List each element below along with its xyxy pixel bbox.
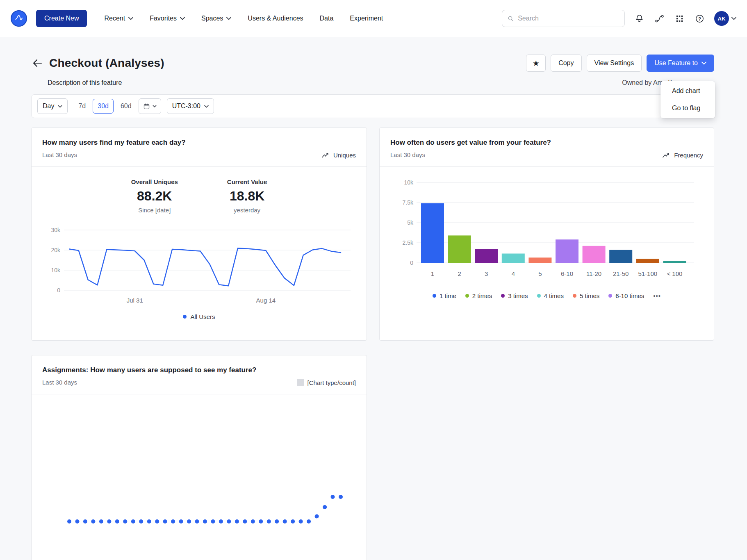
timezone-select[interactable]: UTC-3:00 [167, 98, 214, 114]
copy-button[interactable]: Copy [551, 55, 581, 72]
search-icon [507, 15, 514, 23]
svg-text:Aug 14: Aug 14 [256, 297, 276, 304]
header-actions: ★ Copy View Settings Use Feature to [526, 55, 714, 72]
range-7d-button[interactable]: 7d [73, 99, 91, 114]
legend-label: 4 times [544, 292, 564, 299]
legend-item[interactable]: 5 times [573, 292, 599, 299]
svg-text:10k: 10k [51, 267, 61, 273]
legend-item[interactable]: 1 time [433, 292, 456, 299]
legend-item[interactable]: 3 times [501, 292, 528, 299]
apps-grid-icon [675, 14, 684, 23]
amplitude-logo-glyph [14, 14, 23, 23]
divider [380, 166, 714, 167]
svg-text:5k: 5k [407, 219, 414, 226]
search-box[interactable] [502, 10, 625, 27]
svg-text:5: 5 [538, 270, 542, 277]
card-subtitle: Last 30 days [390, 151, 703, 158]
legend-dot [608, 294, 612, 298]
legend-dot [433, 294, 436, 298]
frequency-legend: 1 time2 times3 times4 times5 times6-10 t… [380, 292, 714, 299]
feature-description: Description of this feature [48, 79, 122, 87]
range-30d-button[interactable]: 30d [93, 99, 114, 114]
frequency-bar-chart[interactable]: 02.5k5k7.5k10k123456-1011-2021-5051-100<… [390, 175, 704, 282]
bell-icon [635, 14, 644, 23]
svg-text:6-10: 6-10 [561, 270, 573, 277]
legend-dot [573, 294, 576, 298]
chevron-down-icon [128, 17, 133, 20]
uniques-legend[interactable]: All Users [32, 313, 367, 320]
stat-caption: yesterday [227, 207, 267, 214]
nav-item-spaces[interactable]: Spaces [201, 15, 231, 22]
use-feature-button[interactable]: Use Feature to [647, 55, 714, 72]
svg-text:21-50: 21-50 [613, 270, 629, 277]
divider [32, 166, 367, 167]
back-button[interactable] [31, 57, 43, 69]
svg-text:30k: 30k [51, 227, 61, 233]
amplitude-logo[interactable] [11, 10, 27, 27]
help-button[interactable]: ? [694, 13, 705, 24]
legend-item[interactable]: 6-10 times [608, 292, 644, 299]
calendar-icon [143, 103, 150, 110]
legend-more-button[interactable]: ••• [653, 292, 661, 299]
svg-text:< 100: < 100 [667, 270, 682, 277]
timezone-value: UTC-3:00 [172, 102, 200, 110]
chevron-down-icon [204, 105, 209, 108]
frequency-card: How often do users get value from your f… [379, 127, 714, 341]
chevron-down-icon [731, 17, 736, 20]
nav-item-label: Data [320, 15, 334, 22]
cards-row-bottom: Assignments: How many users are supposed… [31, 341, 714, 560]
nav-item-data[interactable]: Data [320, 15, 334, 22]
star-icon: ★ [533, 59, 540, 68]
custom-date-select[interactable] [139, 98, 161, 114]
search-input[interactable] [518, 15, 619, 22]
card-subtitle: Last 30 days [42, 151, 356, 158]
stat-value: 88.2K [131, 189, 178, 204]
cards-row-top: How many users find my feature each day?… [31, 127, 714, 341]
chart-type-text: [Chart type/count] [307, 379, 356, 386]
primary-nav: Recent Favorites Spaces Users & Audience… [104, 15, 383, 22]
menu-item-add-chart[interactable]: Add chart [660, 82, 715, 100]
legend-dot [537, 294, 541, 298]
assignments-card: Assignments: How many users are supposed… [31, 355, 367, 560]
avatar: AK [714, 11, 729, 26]
chart-type-label-uniques[interactable]: Uniques [322, 152, 356, 159]
favorite-button[interactable]: ★ [526, 55, 546, 72]
page-title: Checkout (Analyses) [49, 57, 164, 70]
account-menu[interactable]: AK [714, 11, 736, 26]
granularity-value: Day [43, 102, 54, 110]
nav-right-group: ? AK [502, 10, 736, 27]
svg-text:?: ? [698, 16, 701, 21]
nav-item-users-audiences[interactable]: Users & Audiences [248, 15, 303, 22]
page-subheader: Description of this feature Owned by Amy… [31, 79, 714, 87]
apps-grid-button[interactable] [674, 13, 685, 24]
granularity-select[interactable]: Day [37, 98, 68, 114]
svg-text:0: 0 [410, 260, 413, 266]
svg-text:20k: 20k [51, 247, 61, 253]
create-new-button[interactable]: Create New [36, 10, 87, 27]
legend-dot [183, 315, 187, 319]
nav-item-experiment[interactable]: Experiment [350, 15, 383, 22]
help-icon: ? [695, 14, 704, 23]
legend-label: 3 times [508, 292, 528, 299]
legend-item[interactable]: 4 times [537, 292, 564, 299]
chevron-down-icon [701, 61, 706, 65]
chart-type-text: Uniques [333, 152, 356, 159]
uniques-card-header: How many users find my feature each day?… [32, 128, 367, 166]
card-title: Assignments: How many users are supposed… [42, 366, 356, 374]
nav-item-recent[interactable]: Recent [104, 15, 133, 22]
journeys-button[interactable] [654, 13, 665, 24]
notifications-button[interactable] [634, 13, 645, 24]
chart-type-label-frequency[interactable]: Frequency [663, 152, 703, 159]
journey-icon [655, 14, 664, 23]
chevron-down-icon [226, 17, 231, 20]
chart-type-label-assignments[interactable]: [Chart type/count] [297, 379, 356, 386]
menu-item-go-to-flag[interactable]: Go to flag [660, 100, 715, 117]
legend-item[interactable]: 2 times [465, 292, 492, 299]
view-settings-button[interactable]: View Settings [587, 55, 642, 72]
range-60d-button[interactable]: 60d [116, 99, 137, 114]
uniques-line-chart[interactable]: 010k20k30kJul 31Aug 14 [42, 218, 357, 306]
svg-text:51-100: 51-100 [638, 270, 657, 277]
assignments-scatter-chart[interactable] [42, 394, 357, 550]
nav-item-favorites[interactable]: Favorites [150, 15, 185, 22]
uniques-card: How many users find my feature each day?… [31, 127, 367, 341]
